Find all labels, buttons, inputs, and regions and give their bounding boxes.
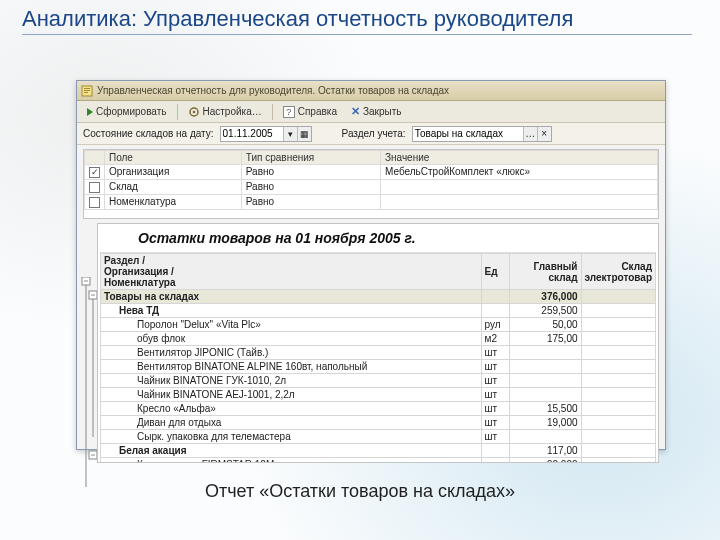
row-v2 <box>581 360 655 374</box>
table-row: обув флокм2175,00 <box>101 332 656 346</box>
help-button-label: Справка <box>298 106 337 117</box>
table-row: Вентилятор JIPONIC (Тайв.)шт <box>101 346 656 360</box>
table-row: Поролон "Delux" «Vita Plc»рул50,00 <box>101 318 656 332</box>
col-wh2: Склад электротовар <box>581 254 655 290</box>
row-unit: рул <box>481 318 509 332</box>
report-table: Раздел / Организация / Номенклатура Ед Г… <box>100 253 656 463</box>
row-v2 <box>581 458 655 464</box>
toolbar-sep <box>177 104 178 120</box>
settings-button[interactable]: Настройка… <box>182 104 268 120</box>
date-label: Состояние складов на дату: <box>83 128 214 139</box>
calendar-icon[interactable]: ▦ <box>297 127 311 141</box>
row-v2 <box>581 332 655 346</box>
filter-field: Склад <box>105 179 242 194</box>
row-name: Вентилятор JIPONIC (Тайв.) <box>101 346 482 360</box>
table-row: Чайник BINATONE AEJ-1001, 2,2лшт <box>101 388 656 402</box>
clear-icon[interactable]: × <box>537 127 551 141</box>
question-icon: ? <box>283 106 295 118</box>
checkbox[interactable] <box>89 182 100 193</box>
row-unit: м2 <box>481 332 509 346</box>
row-v1: 175,00 <box>509 332 581 346</box>
filter-cmp: Равно <box>241 165 380 180</box>
svg-point-5 <box>192 110 195 113</box>
row-unit: шт <box>481 416 509 430</box>
settings-button-label: Настройка… <box>203 106 262 117</box>
row-v1: 15,500 <box>509 402 581 416</box>
filter-row[interactable]: СкладРавно <box>85 179 658 194</box>
row-unit: шт <box>481 346 509 360</box>
checkbox[interactable] <box>89 197 100 208</box>
close-button-label: Закрыть <box>363 106 402 117</box>
row-unit: шт <box>481 360 509 374</box>
date-input[interactable] <box>221 127 283 141</box>
row-unit: шт <box>481 388 509 402</box>
row-name: Вентилятор BINATONE ALPINE 160вт, наполь… <box>101 360 482 374</box>
row-v1: 259,500 <box>509 304 581 318</box>
table-row: Белая акация117,00 <box>101 444 656 458</box>
table-row: Товары на складах376,000 <box>101 290 656 304</box>
row-v1 <box>509 346 581 360</box>
close-button[interactable]: ✕Закрыть <box>345 103 408 120</box>
row-v1: 19,000 <box>509 416 581 430</box>
row-v2 <box>581 430 655 444</box>
row-v2 <box>581 402 655 416</box>
table-row: Кресло «Альфа»шт15,500 <box>101 402 656 416</box>
svg-rect-2 <box>84 90 90 91</box>
slide-title: Аналитика: Управленческая отчетность рук… <box>22 6 692 35</box>
filter-grid[interactable]: Поле Тип сравнения Значение ОрганизацияР… <box>83 149 659 219</box>
row-v2 <box>581 304 655 318</box>
filter-row[interactable]: НоменклатураРавно <box>85 194 658 209</box>
row-v2 <box>581 346 655 360</box>
svg-rect-3 <box>84 92 88 93</box>
svg-rect-7 <box>82 277 90 285</box>
row-v1 <box>509 360 581 374</box>
app-window: Управленческая отчетность для руководите… <box>76 80 666 450</box>
form-button-label: Сформировать <box>96 106 167 117</box>
filter-col-cmp: Тип сравнения <box>241 151 380 165</box>
table-row: Кондиционер FIRMSTAR 12Mшт-90,000 <box>101 458 656 464</box>
section-label: Раздел учета: <box>342 128 406 139</box>
filter-cmp: Равно <box>241 194 380 209</box>
row-v2 <box>581 290 655 304</box>
filter-field: Номенклатура <box>105 194 242 209</box>
row-v1: 376,000 <box>509 290 581 304</box>
row-name: Кресло «Альфа» <box>101 402 482 416</box>
row-name: Чайник BINATONE AEJ-1001, 2,2л <box>101 388 482 402</box>
slide-caption: Отчет «Остатки товаров на складах» <box>0 481 720 502</box>
filter-value[interactable] <box>381 194 658 209</box>
report-title: Остатки товаров на 01 ноября 2005 г. <box>100 228 656 253</box>
play-icon <box>87 108 93 116</box>
row-v2 <box>581 444 655 458</box>
filter-col-field: Поле <box>105 151 242 165</box>
row-name: Поролон "Delux" «Vita Plc» <box>101 318 482 332</box>
filter-value[interactable] <box>381 179 658 194</box>
help-button[interactable]: ?Справка <box>277 104 343 120</box>
row-name: Чайник BINATONE ГУК-1010, 2л <box>101 374 482 388</box>
checkbox[interactable] <box>89 167 100 178</box>
filter-row[interactable]: ОрганизацияРавноМебельСтройКомплект «люк… <box>85 165 658 180</box>
row-v2 <box>581 374 655 388</box>
row-name: Диван для отдыха <box>101 416 482 430</box>
table-row: Сырк. упаковка для телемастерашт <box>101 430 656 444</box>
row-unit <box>481 304 509 318</box>
form-button[interactable]: Сформировать <box>81 104 173 119</box>
row-name: Сырк. упаковка для телемастера <box>101 430 482 444</box>
row-v2 <box>581 416 655 430</box>
dropdown-icon[interactable]: … <box>523 127 537 141</box>
gear-icon <box>188 106 200 118</box>
date-field[interactable]: ▾ ▦ <box>220 126 312 142</box>
filter-value[interactable]: МебельСтройКомплект «люкс» <box>381 165 658 180</box>
filter-cmp: Равно <box>241 179 380 194</box>
svg-rect-12 <box>89 451 97 459</box>
filter-field: Организация <box>105 165 242 180</box>
window-titlebar: Управленческая отчетность для руководите… <box>77 81 665 101</box>
row-name: обув флок <box>101 332 482 346</box>
row-name: Белая акация <box>101 444 482 458</box>
row-v1: -90,000 <box>509 458 581 464</box>
row-v2 <box>581 318 655 332</box>
row-unit: шт <box>481 458 509 464</box>
section-field[interactable]: … × <box>412 126 552 142</box>
col-section: Раздел / Организация / Номенклатура <box>101 254 482 290</box>
section-input[interactable] <box>413 127 523 141</box>
date-spin-icon[interactable]: ▾ <box>283 127 297 141</box>
